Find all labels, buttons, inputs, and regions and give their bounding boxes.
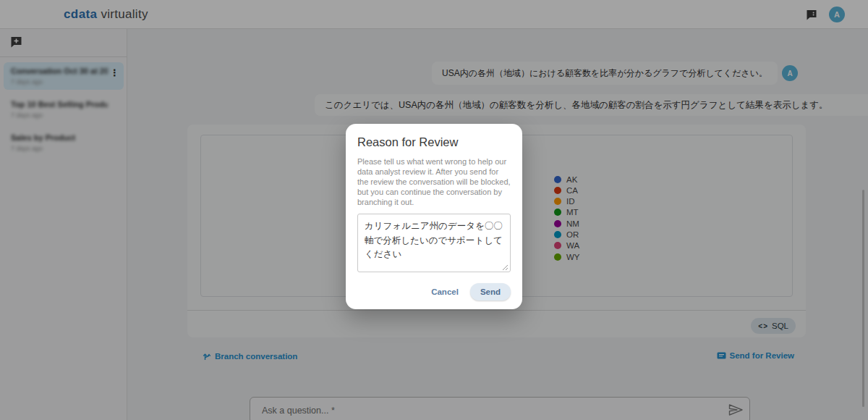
modal-title: Reason for Review xyxy=(357,135,511,149)
review-reason-textarea[interactable]: カリフォルニア州のデータを〇〇軸で分析したいのでサポートしてください xyxy=(357,214,511,272)
send-button[interactable]: Send xyxy=(470,283,511,301)
app-window: cdata virtuality A Conversation Oct 30 a… xyxy=(0,0,868,420)
reason-for-review-modal: Reason for Review Please tell us what we… xyxy=(346,124,522,309)
review-reason-field-wrap: カリフォルニア州のデータを〇〇軸で分析したいのでサポートしてください xyxy=(357,214,511,275)
cancel-button[interactable]: Cancel xyxy=(431,287,459,296)
modal-description: Please tell us what went wrong to help o… xyxy=(357,156,511,207)
resize-handle-icon[interactable] xyxy=(502,264,509,271)
modal-actions: Cancel Send xyxy=(357,283,511,301)
